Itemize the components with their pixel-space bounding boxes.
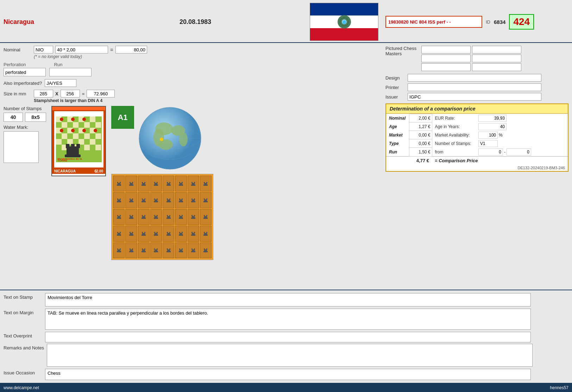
svg-rect-19 — [95, 133, 101, 139]
svg-rect-165 — [169, 232, 170, 233]
chess-master-1a[interactable] — [421, 46, 471, 53]
a1-badge: A1 — [111, 106, 134, 129]
pictured-chess-masters-label: Pictured Chess — [385, 46, 416, 51]
svg-rect-53 — [120, 182, 121, 183]
grid-box: 8x5 — [25, 113, 46, 122]
svg-rect-185 — [132, 248, 133, 250]
country-name: Nicaragua — [4, 18, 81, 26]
svg-rect-145 — [206, 215, 207, 216]
comp-run-from-input[interactable] — [478, 148, 503, 156]
run-label: Run — [54, 62, 63, 67]
svg-rect-61 — [144, 182, 145, 183]
svg-rect-188 — [142, 248, 143, 250]
issue-occasion-area[interactable] — [45, 369, 531, 380]
design-input[interactable] — [408, 74, 541, 82]
comp-nominal-label: Nominal — [386, 114, 409, 122]
nominal-formula-input[interactable] — [55, 46, 108, 53]
svg-rect-11 — [95, 122, 101, 128]
text-overprint-area[interactable] — [45, 332, 531, 342]
svg-rect-84 — [117, 198, 118, 200]
equals-sign: = — [110, 47, 113, 53]
chess-master-3a[interactable] — [421, 63, 471, 71]
comp-eur-rate-input[interactable] — [478, 115, 507, 122]
nominal-note: (* = no longer valid today) — [34, 54, 380, 59]
svg-rect-116 — [117, 215, 118, 216]
chess-master-2a[interactable] — [421, 55, 471, 62]
svg-rect-112 — [204, 198, 205, 200]
svg-rect-209 — [206, 248, 207, 250]
issuer-input[interactable] — [408, 93, 541, 101]
svg-point-32 — [71, 129, 75, 132]
svg-rect-38 — [76, 144, 80, 148]
svg-rect-76 — [191, 182, 193, 183]
nominal-result-input[interactable] — [115, 46, 147, 53]
svg-rect-17 — [73, 133, 78, 139]
chess-master-1b[interactable] — [472, 46, 521, 53]
svg-rect-96 — [154, 198, 155, 200]
svg-rect-136 — [179, 215, 180, 216]
svg-rect-101 — [169, 198, 170, 200]
stamp-sheet[interactable] — [111, 174, 213, 260]
svg-rect-37 — [71, 144, 75, 148]
svg-rect-85 — [120, 198, 121, 200]
comp-num-stamps-input[interactable] — [478, 140, 498, 147]
date-display: 20.08.1983 — [88, 18, 303, 26]
svg-rect-140 — [191, 215, 193, 216]
svg-rect-173 — [194, 232, 195, 233]
size-width-input[interactable] — [34, 90, 53, 97]
comp-market-avail-input[interactable] — [478, 132, 498, 139]
comp-market-label: Market — [386, 131, 409, 139]
comp-run-to-input[interactable] — [507, 148, 531, 156]
svg-rect-88 — [130, 198, 131, 200]
stamp-image[interactable]: // Chess board cells will be generated b… — [51, 106, 106, 176]
printer-input[interactable] — [408, 83, 541, 91]
globe-image — [138, 106, 203, 171]
svg-rect-8 — [62, 122, 67, 128]
chess-master-2b[interactable] — [472, 55, 521, 62]
svg-rect-124 — [142, 215, 143, 216]
text-overprint-label: Text Overprint — [4, 332, 42, 339]
svg-rect-113 — [206, 198, 207, 200]
svg-rect-181 — [120, 248, 121, 250]
perforation-input[interactable] — [4, 68, 46, 76]
comparison-box: Determination of a comparison price Nomi… — [385, 103, 568, 172]
svg-rect-149 — [120, 232, 121, 233]
svg-rect-81 — [206, 182, 207, 183]
svg-rect-21 — [67, 139, 73, 145]
text-on-stamp-area[interactable] — [45, 293, 531, 306]
svg-rect-108 — [191, 198, 193, 200]
remarks-label: Remarks and Notes — [4, 345, 44, 350]
svg-rect-9 — [73, 122, 78, 128]
text-on-stamp-label: Text on Stamp — [4, 293, 42, 300]
svg-rect-200 — [179, 248, 180, 250]
id-number: 6834 — [494, 19, 505, 25]
comp-market-avail-label: Market Availability: — [432, 131, 478, 139]
chess-master-3b[interactable] — [472, 63, 521, 71]
also-imperforated-input[interactable] — [45, 79, 76, 87]
svg-point-30 — [82, 118, 86, 121]
pictured-chess-masters-label2: Masters — [385, 51, 416, 56]
svg-rect-64 — [154, 182, 155, 183]
svg-rect-65 — [157, 182, 158, 183]
svg-rect-152 — [130, 232, 131, 233]
comp-type-value: 0,00 € — [409, 139, 432, 148]
svg-rect-22 — [78, 139, 84, 145]
comp-market-avail-cell: % — [478, 131, 568, 139]
svg-rect-93 — [144, 198, 145, 200]
remarks-area[interactable] — [47, 344, 533, 367]
svg-rect-60 — [142, 182, 143, 183]
svg-rect-148 — [117, 232, 118, 233]
currency-input[interactable] — [34, 46, 53, 53]
issue-occasion-label: Issue Occasion — [4, 369, 42, 375]
text-on-margin-area[interactable] — [45, 309, 531, 330]
svg-rect-176 — [204, 232, 205, 233]
comp-age-years-input[interactable] — [478, 123, 507, 130]
comp-total-label: = Comparison Price — [432, 156, 568, 165]
size-result-input[interactable] — [87, 90, 115, 97]
size-height-input[interactable] — [61, 90, 80, 97]
svg-rect-92 — [142, 198, 143, 200]
id-label: ID — [486, 19, 490, 25]
run-input[interactable] — [49, 68, 92, 76]
svg-rect-125 — [144, 215, 145, 216]
stamp-code-input[interactable] — [385, 16, 482, 28]
